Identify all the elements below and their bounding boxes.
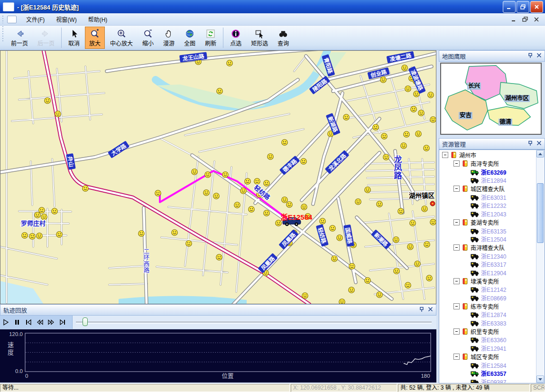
toolbar-button-globe[interactable]: 全图 — [180, 27, 200, 49]
pin-icon[interactable] — [527, 53, 533, 60]
document-icon[interactable] — [7, 16, 17, 23]
mdi-restore-button[interactable] — [521, 16, 529, 23]
toolbar-grip-handle[interactable] — [2, 26, 4, 43]
tree-row-vehicle[interactable]: 浙E12340 — [439, 252, 536, 260]
tree-row-group[interactable]: 南浔稽查大队 — [439, 243, 536, 252]
restore-button[interactable] — [517, 1, 529, 13]
menu-help[interactable]: 帮助(H) — [83, 14, 113, 25]
tree-row-vehicle[interactable]: 浙E12874 — [439, 310, 536, 319]
menu-file[interactable]: 文件(F) — [20, 14, 50, 25]
mdi-close-button[interactable] — [533, 16, 540, 23]
playback-skip-start-button[interactable] — [23, 317, 34, 328]
tree-row-vehicle[interactable]: 浙E63357 — [439, 369, 536, 378]
tree-expand-toggle[interactable] — [442, 152, 448, 158]
tree-item-label: 浙E12340 — [481, 252, 506, 260]
scrollbar-thumb[interactable] — [537, 183, 544, 243]
toolbar-button-hand[interactable]: 漫游 — [159, 27, 179, 49]
toolbar-button-info[interactable]: 点选 — [226, 27, 246, 49]
tree-expand-toggle[interactable] — [453, 219, 460, 225]
tree-row-vehicle[interactable]: 浙E12504 — [439, 235, 536, 243]
tree-row-group[interactable]: 埭溪专卖所 — [439, 277, 536, 285]
tree-item-label: 浙E63317 — [481, 260, 506, 268]
tree-row-vehicle[interactable]: 浙E12584 — [439, 361, 536, 369]
tree-row-group[interactable]: 练市专卖所 — [439, 302, 536, 310]
toolbar-button-cursor[interactable]: 取消 — [64, 27, 84, 49]
info-icon — [231, 28, 241, 40]
tree-row-vehicle[interactable]: 浙E12043 — [439, 210, 536, 218]
tree-row-root[interactable]: 湖州市 — [439, 151, 536, 159]
tree-row-vehicle[interactable]: 浙E09387 — [439, 378, 536, 383]
tree-row-vehicle[interactable]: 浙E63360 — [439, 336, 536, 344]
resources-panel-title: 资源管理 — [442, 140, 466, 149]
toolbar-button-label: 矩形选 — [251, 41, 268, 47]
organization-icon — [462, 328, 469, 335]
truck-icon — [471, 336, 479, 343]
tree-expand-toggle[interactable] — [453, 303, 460, 309]
playback-rewind-button[interactable] — [34, 317, 46, 328]
playback-pause-button[interactable] — [11, 317, 23, 328]
tree-row-vehicle[interactable]: 浙E08669 — [439, 294, 536, 302]
tree-expand-toggle[interactable] — [453, 160, 460, 167]
toolbar-button-label: 取消 — [68, 41, 80, 47]
menu-window[interactable]: 视窗(W) — [50, 14, 82, 25]
tree-row-group[interactable]: 南浔专卖所 — [439, 159, 536, 168]
tree-row-vehicle[interactable]: 浙E12142 — [439, 285, 536, 294]
close-button[interactable] — [530, 1, 543, 13]
overview-map[interactable]: 长兴湖州市区安吉德清 — [439, 62, 545, 138]
scroll-down-button[interactable] — [536, 375, 544, 383]
tree-item-label: 城区专卖所 — [471, 353, 499, 361]
playback-skip-end-button[interactable] — [57, 317, 68, 328]
tree-expand-toggle[interactable] — [453, 244, 460, 251]
toolbar-button-zoom-out[interactable]: 缩小 — [138, 27, 158, 49]
tree-expand-toggle[interactable] — [453, 278, 460, 284]
toolbar-button-zoom-in[interactable]: 放大 — [85, 27, 105, 49]
arrow-right-icon — [41, 28, 51, 40]
tree-row-vehicle[interactable]: 浙E12894 — [439, 176, 536, 185]
playback-slider-track[interactable] — [76, 322, 432, 324]
tree-row-vehicle[interactable]: 浙E63135 — [439, 226, 536, 235]
close-icon[interactable] — [536, 53, 542, 59]
toolbar-button-zoom-center[interactable]: 中心放大 — [106, 27, 137, 49]
tree-row-group[interactable]: 菱湖专卖所 — [439, 218, 536, 227]
tree-row-group[interactable]: 织里专卖所 — [439, 327, 536, 336]
playback-fast-forward-button[interactable] — [46, 317, 57, 328]
tree-row-group[interactable]: 城区专卖所 — [439, 353, 536, 361]
scroll-up-button[interactable] — [536, 150, 544, 158]
tree-row-vehicle[interactable]: 浙E63269 — [439, 168, 536, 176]
menu-grip-handle[interactable] — [2, 15, 4, 24]
tree-expand-toggle[interactable] — [453, 354, 460, 360]
tree-row-vehicle[interactable]: 浙E63317 — [439, 260, 536, 269]
toolbar-button-refresh[interactable]: 刷新 — [201, 27, 221, 49]
toolbar-button-arrow-right[interactable]: 后一页 — [33, 27, 59, 49]
playback-panel-title: 轨迹回放 — [3, 306, 27, 315]
tree-row-vehicle[interactable]: 浙E63383 — [439, 319, 536, 327]
title-bar: - [浙E12584 历史轨迹] — [0, 0, 545, 13]
toolbar: 前一页后一页取消放大中心放大缩小漫游全图刷新点选矩形选查询 — [0, 26, 545, 50]
minimize-button[interactable] — [503, 1, 516, 13]
tree-row-vehicle[interactable]: 浙E12232 — [439, 201, 536, 210]
tree-item-label: 浙E12142 — [481, 285, 506, 293]
tree-row-vehicle[interactable]: 浙E63031 — [439, 193, 536, 201]
tree-item-label: 浙E12504 — [481, 235, 506, 243]
map-viewport[interactable]: 龙王山路青阳路凌塘二路创业路陵阳路凌波塘路新湖路大学路弁山德丰路龙溪北路轻纺路轻… — [0, 50, 436, 304]
toolbar-button-arrow-left[interactable]: 前一页 — [7, 27, 32, 49]
tree-scrollbar[interactable] — [536, 150, 545, 383]
truck-icon — [471, 370, 479, 377]
pin-icon[interactable] — [419, 307, 425, 314]
tree-row-vehicle[interactable]: 浙E12941 — [439, 344, 536, 353]
close-icon[interactable] — [536, 140, 542, 147]
organization-icon — [462, 219, 469, 226]
toolbar-button-binoculars[interactable]: 查询 — [273, 27, 293, 49]
tree-row-vehicle[interactable]: 浙E12904 — [439, 269, 536, 277]
toolbar-button-rect-select[interactable]: 矩形选 — [247, 27, 272, 49]
tree-expand-toggle[interactable] — [453, 328, 460, 335]
pin-icon[interactable] — [527, 140, 533, 148]
mdi-minimize-button[interactable] — [510, 16, 517, 23]
toolbar-button-label: 后一页 — [37, 41, 55, 47]
tree-item-label: 浙E12043 — [481, 210, 506, 218]
tree-expand-toggle[interactable] — [453, 186, 460, 192]
playback-play-button[interactable] — [0, 317, 11, 328]
playback-slider-thumb[interactable] — [83, 317, 88, 326]
close-icon[interactable] — [428, 307, 433, 313]
tree-row-group[interactable]: 城区稽查大队 — [439, 185, 536, 193]
